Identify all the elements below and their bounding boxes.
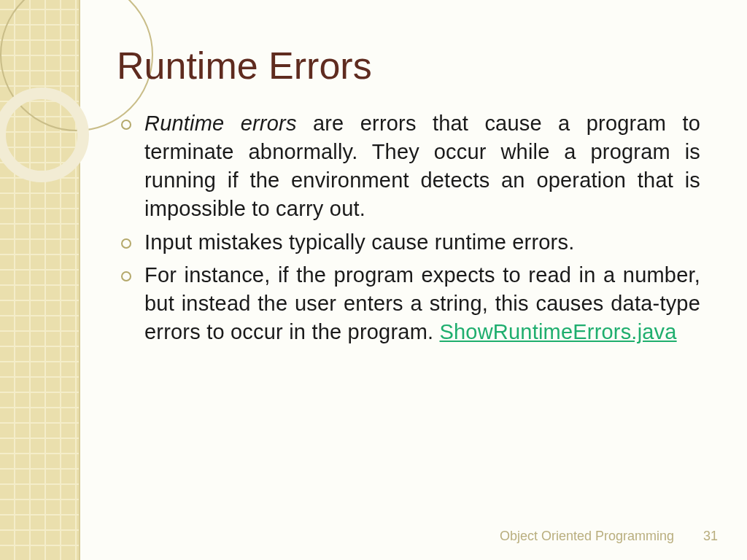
slide-title: Runtime Errors: [117, 44, 372, 88]
bullet-item: Runtime errors are errors that cause a p…: [117, 109, 700, 224]
bullet-item: Input mistakes typically cause runtime e…: [117, 228, 700, 257]
footer-course-label: Object Oriented Programming: [500, 529, 674, 544]
code-link[interactable]: ShowRuntimeErrors.java: [440, 320, 677, 343]
page-number: 31: [703, 529, 718, 544]
bullet-lead: Runtime errors: [144, 112, 297, 135]
bullet-text: Input mistakes typically cause runtime e…: [144, 230, 574, 254]
bullet-item: For instance, if the program expects to …: [117, 261, 700, 346]
slide-body: Runtime errors are errors that cause a p…: [117, 109, 700, 351]
